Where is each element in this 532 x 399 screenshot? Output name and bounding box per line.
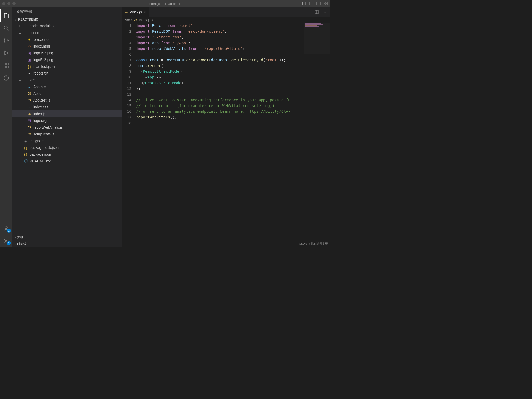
breadcrumb-more[interactable]: … (155, 18, 158, 22)
run-debug-activity[interactable] (0, 47, 12, 59)
file-tree-item[interactable]: #App.css (12, 83, 122, 90)
svg-point-13 (4, 42, 5, 43)
file-tree-item[interactable]: ◈.gitignore (12, 137, 122, 144)
svg-point-21 (5, 240, 7, 242)
editor-area: JS index.js × ··· src › JS index.js › … … (122, 7, 330, 247)
chevron-down-icon: ⌄ (15, 18, 17, 21)
file-tree-item[interactable]: JSindex.js (12, 110, 122, 117)
sidebar-title: 资源管理器 (17, 10, 32, 14)
outline-section[interactable]: › 大纲 (12, 234, 122, 241)
svg-rect-17 (4, 66, 6, 68)
code-editor[interactable]: 123456789101112131415161718 import React… (122, 23, 330, 247)
img-icon: ▣ (27, 51, 32, 55)
breadcrumb-src[interactable]: src (125, 18, 130, 22)
md-icon: ⓘ (23, 159, 28, 163)
file-label: App.css (33, 85, 46, 89)
file-tree-item[interactable]: JSreportWebVitals.js (12, 124, 122, 131)
file-label: logo.svg (33, 118, 47, 123)
layout-customize-icon[interactable] (324, 2, 328, 6)
file-tree-item[interactable]: <>index.html (12, 43, 122, 50)
file-tree-item[interactable]: ▤logo.svg (12, 117, 122, 124)
file-tree-item[interactable]: { }package-lock.json (12, 144, 122, 151)
js-file-icon: JS (125, 10, 128, 14)
file-tree-item[interactable]: JSsetupTests.js (12, 131, 122, 137)
accounts-activity[interactable]: 1 (0, 222, 12, 235)
minimap[interactable] (304, 23, 330, 54)
svg-rect-7 (326, 2, 328, 3)
search-activity[interactable] (0, 22, 12, 34)
svg-rect-8 (324, 4, 325, 5)
chevron-icon: ⌄ (18, 31, 22, 35)
split-editor-icon[interactable] (315, 10, 319, 14)
settings-badge: 1 (7, 241, 11, 245)
file-tree-item[interactable]: ≡robots.txt (12, 70, 122, 77)
file-label: favicon.ico (33, 37, 50, 42)
close-tab-icon[interactable]: × (144, 10, 146, 14)
chevron-icon: ⌄ (18, 78, 22, 82)
file-tree-item[interactable]: ⌄src (12, 77, 122, 83)
svg-rect-18 (7, 66, 9, 68)
code-content[interactable]: import React from 'react';import ReactDO… (136, 23, 330, 247)
svg-rect-15 (4, 63, 6, 65)
json-icon: { } (27, 64, 32, 69)
settings-activity[interactable]: 1 (0, 235, 12, 247)
more-actions-icon[interactable]: ··· (322, 10, 327, 14)
extensions-activity[interactable] (0, 59, 12, 72)
close-window-icon[interactable] (2, 2, 5, 5)
title-bar-actions (302, 2, 328, 6)
chevron-icon: › (18, 24, 22, 28)
edge-tools-activity[interactable] (0, 72, 12, 84)
js-icon: JS (27, 111, 32, 116)
svg-point-14 (7, 40, 9, 41)
source-control-activity[interactable] (0, 34, 12, 47)
timeline-section[interactable]: › 时间线 (12, 241, 122, 247)
line-gutter: 123456789101112131415161718 (122, 23, 136, 247)
folder-icon (23, 24, 28, 28)
file-tree-item[interactable]: ›node_modules (12, 23, 122, 29)
folder-icon (23, 30, 28, 35)
layout-sidebar-right-icon[interactable] (316, 2, 321, 6)
file-tree-item[interactable]: { }manifest.json (12, 63, 122, 70)
file-label: logo512.png (33, 58, 53, 62)
file-label: manifest.json (33, 64, 55, 69)
file-tree-item[interactable]: ⌄public (12, 29, 122, 36)
tab-label: index.js (130, 10, 142, 14)
explorer-activity[interactable] (0, 9, 12, 22)
chevron-right-icon: › (15, 242, 16, 246)
css-icon: # (27, 105, 32, 109)
file-label: robots.txt (33, 71, 48, 75)
svg-point-19 (4, 76, 9, 80)
breadcrumb-file[interactable]: index.js (139, 18, 150, 22)
txt-icon: ≡ (27, 71, 32, 76)
maximize-window-icon[interactable] (12, 2, 16, 5)
file-tree-item[interactable]: ⓘREADME.md (12, 158, 122, 164)
svg-rect-4 (317, 2, 320, 5)
file-label: reportWebVitals.js (33, 125, 63, 129)
file-tree-item[interactable]: { }package.json (12, 151, 122, 158)
file-label: App.test.js (33, 98, 50, 102)
file-tree-item[interactable]: ▣logo512.png (12, 56, 122, 63)
tab-index-js[interactable]: JS index.js × (122, 7, 149, 17)
js-icon: JS (27, 98, 32, 103)
file-tree-item[interactable]: JSApp.js (12, 90, 122, 97)
file-tree-item[interactable]: ▣logo192.png (12, 50, 122, 56)
project-header[interactable]: ⌄ REACTDEMO (12, 16, 122, 23)
file-label: logo192.png (33, 51, 53, 55)
svg-icon: ▤ (27, 118, 32, 123)
activity-bar: 1 1 (0, 7, 12, 247)
file-tree-item[interactable]: JSApp.test.js (12, 97, 122, 104)
more-icon[interactable]: ··· (113, 10, 117, 14)
breadcrumbs[interactable]: src › JS index.js › … (122, 17, 330, 23)
layout-panel-bottom-icon[interactable] (309, 2, 313, 6)
file-tree-item[interactable]: ★favicon.ico (12, 36, 122, 43)
file-label: setupTests.js (33, 132, 54, 136)
file-label: src (30, 78, 35, 82)
file-label: index.html (33, 44, 50, 48)
minimize-window-icon[interactable] (7, 2, 10, 5)
outline-label: 大纲 (17, 235, 23, 240)
layout-sidebar-left-icon[interactable] (302, 2, 306, 6)
file-tree-item[interactable]: #index.css (12, 104, 122, 110)
svg-rect-9 (326, 4, 328, 5)
file-label: App.js (33, 91, 43, 96)
svg-point-10 (4, 26, 7, 29)
